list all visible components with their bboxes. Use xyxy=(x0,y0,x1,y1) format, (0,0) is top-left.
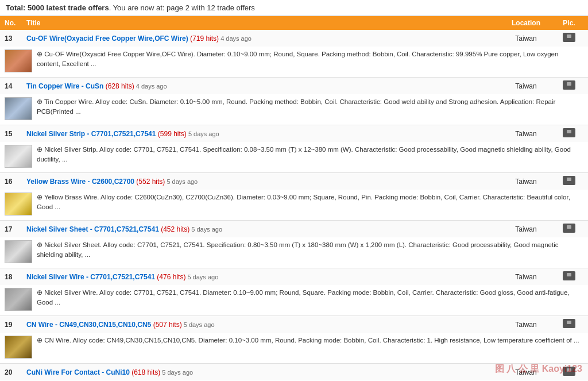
trade-title-row: 14Tin Copper Wire - CuSn (628 hits) 4 da… xyxy=(0,78,588,94)
trade-pic-cell xyxy=(555,319,583,330)
trade-thumbnail xyxy=(5,193,32,215)
trade-description: ⊕ Nickel Silver Wire. Alloy code: C7701,… xyxy=(37,288,583,308)
trade-title-cell: Tin Copper Wire - CuSn (628 hits) 4 days… xyxy=(26,82,497,90)
trade-pic-cell xyxy=(555,367,583,378)
trade-thumbnail xyxy=(5,240,32,263)
trade-no: 18 xyxy=(5,273,26,281)
trade-title-cell: CN Wire - CN49,CN30,CN15,CN10,CN5 (507 h… xyxy=(26,321,497,329)
trade-title-cell: Nickel Silver Wire - C7701,C7521,C7541 (… xyxy=(26,273,497,281)
trade-title-link[interactable]: Nickel Silver Strip - C7701,C7521,C7541 xyxy=(26,130,156,138)
trade-no: 19 xyxy=(5,321,26,329)
trade-title-link[interactable]: Tin Copper Wire - CuSn xyxy=(26,82,103,90)
trade-desc-row: ⊕ Cu-OF Wire(Oxyacid Free Copper Wire,OF… xyxy=(0,47,588,77)
header-text-normal: . You are now at: page 2 with 12 trade o… xyxy=(109,3,255,12)
trade-time: 5 days ago xyxy=(160,369,193,376)
trade-title-row: 19CN Wire - CN49,CN30,CN15,CN10,CN5 (507… xyxy=(0,316,588,333)
trade-pic-cell xyxy=(555,33,583,44)
header-bar: Total: 5000 latest trade offers. You are… xyxy=(0,0,588,16)
trade-title-cell: Yellow Brass Wire - C2600,C2700 (552 hit… xyxy=(26,178,497,186)
trade-title-link[interactable]: Nickel Silver Sheet - C7701,C7521,C7541 xyxy=(26,225,159,233)
trade-hits: (552 hits) xyxy=(134,178,165,186)
trade-description: ⊕ CN Wire. Alloy code: CN49,CN30,CN15,CN… xyxy=(37,336,579,345)
trade-hits: (719 hits) xyxy=(188,34,219,43)
trade-title-cell: CuNi Wire For Contact - CuNi10 (618 hits… xyxy=(26,368,497,376)
trade-desc-row: ⊕ Nickel Silver Wire. Alloy code: C7701,… xyxy=(0,285,588,315)
trade-desc-row: ⊕ Nickel Silver Strip. Alloy code: C7701… xyxy=(0,142,588,172)
trade-no: 13 xyxy=(5,34,26,43)
trade-desc-row: ⊕ Nickel Silver Sheet. Alloy code: C7701… xyxy=(0,237,588,268)
trade-description: ⊕ Cu-OF Wire(Oxyacid Free Copper Wire,OF… xyxy=(37,49,583,70)
trade-item: 20CuNi Wire For Contact - CuNi10 (618 hi… xyxy=(0,364,588,381)
trade-item: 15Nickel Silver Strip - C7701,C7521,C754… xyxy=(0,125,588,173)
trade-time: 5 days ago xyxy=(187,130,219,137)
col-pic-header: Pic. xyxy=(555,19,583,27)
trade-no: 14 xyxy=(5,82,26,90)
trade-location: Taiwan xyxy=(497,321,555,329)
trade-no: 15 xyxy=(5,130,26,138)
trade-desc-row: ⊕ Yellow Brass Wire. Alloy code: C2600(C… xyxy=(0,190,588,220)
trade-title-cell: Cu-OF Wire(Oxyacid Free Copper Wire,OFC … xyxy=(26,34,497,43)
trade-location: Taiwan xyxy=(497,273,555,281)
col-no-header: No. xyxy=(5,19,26,27)
camera-icon xyxy=(563,80,575,90)
trade-item: 17Nickel Silver Sheet - C7701,C7521,C754… xyxy=(0,221,588,268)
trade-pic-cell xyxy=(555,271,583,282)
trade-title-link[interactable]: Nickel Silver Wire - C7701,C7521,C7541 xyxy=(26,273,155,281)
trade-title-link[interactable]: CuNi Wire For Contact - CuNi10 xyxy=(26,368,130,376)
camera-icon xyxy=(563,271,575,280)
camera-icon xyxy=(563,128,575,137)
trade-location: Taiwan xyxy=(497,130,555,138)
trade-time: 5 days ago xyxy=(185,274,218,280)
trade-item: 13Cu-OF Wire(Oxyacid Free Copper Wire,OF… xyxy=(0,30,588,78)
trade-desc-row: ⊕ CN Wire. Alloy code: CN49,CN30,CN15,CN… xyxy=(0,333,588,363)
camera-icon xyxy=(563,176,575,185)
trade-pic-cell xyxy=(555,224,583,234)
total-bold: Total: 5000 latest trade offers xyxy=(6,3,109,12)
trade-time: 5 days ago xyxy=(189,226,222,233)
trade-hits: (618 hits) xyxy=(130,368,160,376)
trade-no: 20 xyxy=(5,368,26,376)
trade-time: 5 days ago xyxy=(165,178,198,185)
trade-item: 16Yellow Brass Wire - C2600,C2700 (552 h… xyxy=(0,173,588,221)
trade-thumbnail xyxy=(5,49,32,72)
trade-title-row: 17Nickel Silver Sheet - C7701,C7521,C754… xyxy=(0,221,588,237)
trade-title-link[interactable]: CN Wire - CN49,CN30,CN15,CN10,CN5 xyxy=(26,321,151,329)
trade-description: ⊕ Yellow Brass Wire. Alloy code: C2600(C… xyxy=(37,193,583,213)
trade-title-cell: Nickel Silver Strip - C7701,C7521,C7541 … xyxy=(26,130,497,138)
trade-title-cell: Nickel Silver Sheet - C7701,C7521,C7541 … xyxy=(26,225,497,233)
trade-time: 5 days ago xyxy=(182,321,215,328)
trade-description: ⊕ Nickel Silver Sheet. Alloy code: C7701… xyxy=(37,240,583,260)
trade-description: ⊕ Tin Copper Wire. Alloy code: CuSn. Dia… xyxy=(37,97,583,117)
camera-icon xyxy=(563,319,575,328)
trade-location: Taiwan xyxy=(497,34,555,43)
col-title-header: Title xyxy=(26,19,497,27)
trade-item: 14Tin Copper Wire - CuSn (628 hits) 4 da… xyxy=(0,78,588,125)
trade-list: 13Cu-OF Wire(Oxyacid Free Copper Wire,OF… xyxy=(0,30,588,381)
trade-hits: (476 hits) xyxy=(155,273,185,281)
trade-title-link[interactable]: Cu-OF Wire(Oxyacid Free Copper Wire,OFC … xyxy=(26,34,188,43)
trade-location: Taiwan xyxy=(497,225,555,233)
trade-title-link[interactable]: Yellow Brass Wire - C2600,C2700 xyxy=(26,178,134,186)
trade-title-row: 20CuNi Wire For Contact - CuNi10 (618 hi… xyxy=(0,364,588,380)
trade-title-row: 15Nickel Silver Strip - C7701,C7521,C754… xyxy=(0,125,588,142)
column-header: No. Title Location Pic. xyxy=(0,16,588,30)
trade-item: 19CN Wire - CN49,CN30,CN15,CN10,CN5 (507… xyxy=(0,316,588,364)
trade-location: Taiwan xyxy=(497,178,555,186)
trade-thumbnail xyxy=(5,97,32,120)
camera-icon xyxy=(563,33,575,42)
trade-hits: (452 hits) xyxy=(159,225,189,233)
col-location-header: Location xyxy=(497,19,555,27)
trade-desc-row: ⊕ Tin Copper Wire. Alloy code: CuSn. Dia… xyxy=(0,94,588,125)
trade-title-row: 13Cu-OF Wire(Oxyacid Free Copper Wire,OF… xyxy=(0,30,588,47)
trade-hits: (507 hits) xyxy=(151,321,181,329)
trade-time: 4 days ago xyxy=(219,35,252,42)
trade-no: 17 xyxy=(5,225,26,233)
trade-no: 16 xyxy=(5,178,26,186)
trade-description: ⊕ Nickel Silver Strip. Alloy code: C7701… xyxy=(37,145,583,165)
trade-thumbnail xyxy=(5,145,32,168)
trade-pic-cell xyxy=(555,80,583,91)
camera-icon xyxy=(563,367,575,376)
trade-pic-cell xyxy=(555,176,583,187)
trade-time: 4 days ago xyxy=(134,83,167,90)
trade-hits: (628 hits) xyxy=(103,82,134,90)
